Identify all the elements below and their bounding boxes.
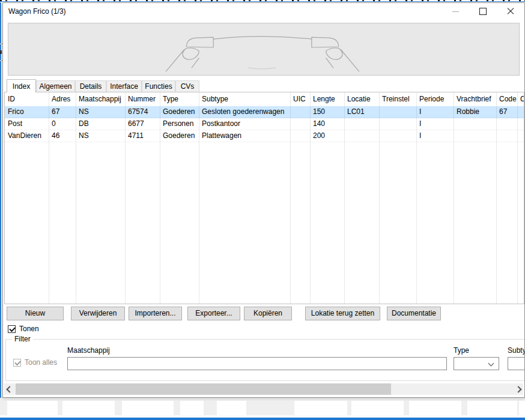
column-header-type[interactable]: Type [160,92,199,106]
table-row[interactable]: Post 0 DB 6677 Personen Postkantoor 140 … [5,118,524,130]
minimize-icon [452,11,459,12]
filter-groupbox: Filter Toon alles Maatschappij Type Subt… [5,339,525,381]
toon-alles-label: Toon alles [25,358,57,367]
tonen-checkbox[interactable]: Tonen [8,325,39,333]
column-header-lengte[interactable]: Lengte [310,92,344,106]
verwijderen-button[interactable]: Verwijderen [71,307,125,320]
subtype-label: Subtype [508,346,525,355]
cell: NS [76,106,125,118]
cell: Post [5,118,49,130]
cell: 150 [310,106,344,118]
maximize-button[interactable] [469,3,497,20]
list-header: ID Adres Maatschappij Nummer Type Subtyp… [5,92,524,107]
column-header-vrachtbrief[interactable]: Vrachtbrief [454,92,496,106]
close-icon [506,7,515,16]
cell: Frico [5,106,49,118]
cell [496,130,517,142]
checkbox-box[interactable] [8,325,16,333]
kopieren-button[interactable]: Kopiëren [244,307,292,320]
column-header-nummer[interactable]: Nummer [125,92,160,106]
background-app-cell[interactable] [467,401,517,416]
cell: 140 [310,118,344,130]
cell: I [416,106,454,118]
cell: I [416,118,454,130]
cell [344,118,379,130]
cell [290,118,310,130]
cell [496,118,517,130]
column-header-maatschappij[interactable]: Maatschappij [76,92,125,106]
background-window-bottom-edge [0,418,525,420]
tab-interface[interactable]: Interface [106,80,142,92]
cell: 6677 [125,118,160,130]
background-app-cell[interactable] [7,401,58,416]
cell [517,130,524,142]
cell [344,130,379,142]
background-app-cell[interactable] [217,401,246,416]
cell [379,130,416,142]
tab-details[interactable]: Details [75,80,106,92]
column-header-adres[interactable]: Adres [49,92,76,106]
close-button[interactable] [497,3,524,20]
tab-algemeen[interactable]: Algemeen [36,80,75,92]
cell: 67 [496,106,517,118]
column-header-od[interactable]: O-D [517,92,524,106]
check-icon [14,359,21,365]
chevron-down-icon [488,361,494,367]
cell: 200 [310,130,344,142]
wagon-sketch [8,23,519,75]
table-row[interactable]: VanDieren 46 NS 4711 Goederen Plattewage… [5,130,524,142]
titlebar[interactable]: Wagon Frico (1/3) [3,3,524,20]
exporteer-button[interactable]: Exporteer... [187,307,240,320]
tonen-label: Tonen [19,325,39,333]
minimize-button[interactable] [442,3,469,20]
scroll-left-button[interactable] [4,383,14,395]
cell: Personen [160,118,199,130]
type-label: Type [454,346,469,355]
maximize-icon [479,8,487,15]
scrollbar-thumb[interactable] [16,383,391,395]
filter-legend: Filter [12,335,33,343]
horizontal-scrollbar[interactable] [4,383,523,395]
scroll-left-icon [6,386,13,392]
cell: Plattewagen [199,130,290,142]
maatschappij-label: Maatschappij [67,346,110,355]
cell: 46 [49,130,76,142]
nieuw-button[interactable]: Nieuw [7,307,64,320]
column-header-locatie[interactable]: Locatie [344,92,379,106]
cell: VanDieren [5,130,49,142]
tab-functies[interactable]: Functies [142,80,175,92]
background-app-cell[interactable] [519,401,525,416]
column-header-id[interactable]: ID [5,92,49,106]
cell [379,118,416,130]
column-header-treinstel[interactable]: Treinstel [379,92,416,106]
lokatie-terug-zetten-button[interactable]: Lokatie terug zetten [305,307,380,320]
importeren-button[interactable]: Importeren... [129,307,182,320]
maatschappij-input[interactable] [67,357,447,370]
column-header-uic[interactable]: UIC [290,92,310,106]
scroll-right-icon [515,386,521,392]
cell [517,118,524,130]
scroll-right-button[interactable] [513,383,523,395]
window-title: Wagon Frico (1/3) [8,7,66,16]
wagon-list: ID Adres Maatschappij Nummer Type Subtyp… [4,92,524,304]
background-app-cell[interactable] [180,401,204,416]
background-app-cell[interactable] [294,401,347,416]
column-header-periode[interactable]: Periode [416,92,454,106]
cell: 67574 [125,106,160,118]
cell [290,130,310,142]
column-header-subtype[interactable]: Subtype [199,92,290,106]
table-row[interactable]: Frico 67 NS 67574 Goederen Gesloten goed… [5,106,524,118]
tab-cvs[interactable]: CVs [175,80,199,92]
documentatie-button[interactable]: Documentatie [387,307,441,320]
background-app-cell[interactable] [409,401,461,416]
background-app-cell[interactable] [62,401,115,416]
subtype-combobox[interactable] [508,357,525,370]
background-app-cell[interactable] [122,401,174,416]
background-app-cell[interactable] [351,401,404,416]
cell: 0 [49,118,76,130]
type-combobox[interactable] [454,357,499,370]
tab-index[interactable]: Index [7,79,36,92]
cell: Goederen [160,106,199,118]
column-header-code[interactable]: Code [496,92,517,106]
toon-alles-checkbox[interactable]: Toon alles [13,358,57,367]
